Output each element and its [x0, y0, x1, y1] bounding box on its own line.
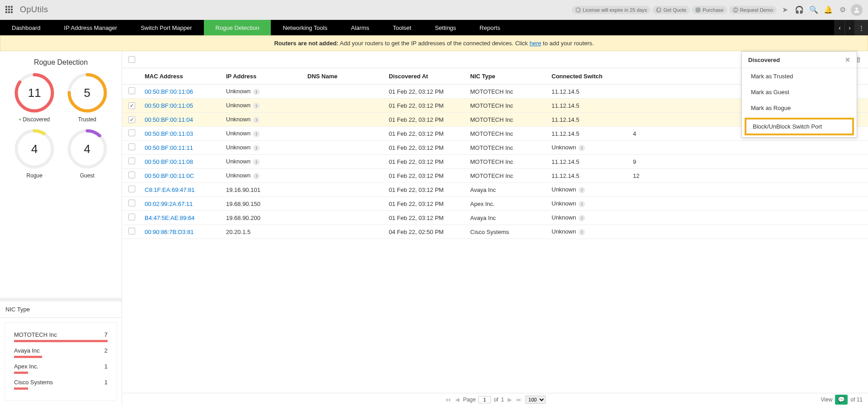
nic-cell: Apex Inc. — [470, 201, 552, 207]
total-suffix: of 11 — [850, 396, 863, 403]
nav-toolset[interactable]: Toolset — [381, 20, 423, 35]
ip-cell: Unknown! — [226, 102, 307, 109]
row-checkbox[interactable] — [128, 116, 135, 123]
donut-guest[interactable]: 4 Guest — [61, 128, 114, 179]
nav-prev-button[interactable]: ‹ — [835, 20, 844, 35]
nav-networking-tools[interactable]: Networking Tools — [271, 20, 339, 35]
col-dns[interactable]: DNS Name — [307, 73, 389, 80]
gear-icon[interactable]: ⚙ — [836, 4, 849, 16]
avatar[interactable] — [851, 4, 863, 16]
row-checkbox[interactable] — [128, 87, 135, 94]
nav-ip-address-manager[interactable]: IP Address Manager — [52, 20, 129, 35]
nav-switch-port-mapper[interactable]: Switch Port Mapper — [129, 20, 203, 35]
table-row[interactable]: 00:50:BF:00:11:0C Unknown! 01 Feb 22, 03… — [122, 169, 868, 183]
mac-link[interactable]: 00:90:86:7B:D3:81 — [145, 229, 193, 235]
row-checkbox[interactable] — [128, 129, 135, 136]
banner-link[interactable]: here — [529, 40, 541, 47]
rocket-icon[interactable]: ➤ — [778, 4, 791, 16]
col-nic[interactable]: NIC Type — [470, 73, 552, 80]
ctx-mark-as-guest[interactable]: Mark as Guest — [742, 84, 857, 100]
main-content: ⋯ ▦ 🗑 Discovered ✕ Mark as TrustedMark a… — [122, 51, 868, 406]
col-ip[interactable]: IP Address — [226, 73, 307, 80]
screen-icon: ▭ — [733, 7, 738, 13]
table-row[interactable]: 00:50:BF:00:11:08 Unknown! 01 Feb 22, 03… — [122, 155, 868, 169]
col-mac[interactable]: MAC Address — [145, 73, 226, 80]
get-quote-pill[interactable]: $Get Quote — [652, 6, 690, 14]
row-checkbox[interactable] — [128, 158, 135, 164]
nic-count: 1 — [104, 379, 108, 386]
row-checkbox[interactable] — [128, 143, 135, 150]
nic-row[interactable]: Cisco Systems1 — [14, 376, 108, 392]
headset-icon[interactable]: 🎧 — [793, 4, 806, 16]
ip-cell: 19.16.90.101 — [226, 186, 307, 193]
col-disc[interactable]: Discovered At — [389, 73, 470, 80]
mac-link[interactable]: 00:50:BF:00:11:05 — [145, 102, 193, 109]
table-row[interactable]: 00:90:86:7B:D3:81 20.20.1.5 04 Feb 22, 0… — [122, 225, 868, 239]
mac-link[interactable]: 00:02:99:2A:67:11 — [145, 201, 193, 207]
page-size-select[interactable]: 100 — [525, 396, 546, 404]
get-quote-text: Get Quote — [663, 7, 686, 13]
nic-row[interactable]: Apex Inc.1 — [14, 360, 108, 376]
warn-icon: ! — [253, 89, 259, 95]
row-checkbox[interactable] — [128, 228, 135, 234]
row-checkbox[interactable] — [128, 102, 135, 109]
donut-trusted[interactable]: 5 Trusted — [61, 72, 114, 123]
nav-dashboard[interactable]: Dashboard — [0, 20, 52, 35]
donut-label: Rogue — [27, 172, 42, 179]
table-row[interactable]: C8:1F:EA:69:47:81 19.16.90.101 01 Feb 22… — [122, 183, 868, 197]
donut-rogue[interactable]: 4 Rogue — [8, 128, 61, 179]
row-checkbox[interactable] — [128, 200, 135, 206]
mac-link[interactable]: 00:50:BF:00:11:04 — [145, 116, 193, 123]
license-pill[interactable]: ◎License will expire in 25 days — [572, 6, 651, 14]
warn-icon: ! — [253, 159, 259, 165]
warn-icon: ! — [253, 145, 259, 151]
mac-link[interactable]: 00:50:BF:00:11:08 — [145, 158, 193, 165]
page-input[interactable] — [478, 396, 491, 403]
disc-cell: 01 Feb 22, 03:12 PM — [389, 201, 470, 207]
nic-cell: MOTOTECH Inc — [470, 102, 552, 109]
mac-link[interactable]: 00:50:BF:00:11:11 — [145, 144, 193, 151]
mac-link[interactable]: 00:50:BF:00:11:03 — [145, 130, 193, 137]
bell-icon[interactable]: 🔔 — [822, 4, 835, 16]
nic-bar — [14, 356, 42, 358]
mac-link[interactable]: 00:50:BF:00:11:06 — [145, 88, 193, 95]
table-toolbar: ⋯ ▦ 🗑 Discovered ✕ Mark as TrustedMark a… — [122, 51, 868, 68]
conn-cell: 11.12.14.5 — [552, 130, 633, 137]
table-row[interactable]: B4:47:5E:AE:89:64 19.68.90.200 01 Feb 22… — [122, 211, 868, 225]
nic-row[interactable]: Avaya Inc2 — [14, 344, 108, 360]
context-menu-close[interactable]: ✕ — [845, 56, 850, 63]
mac-link[interactable]: C8:1F:EA:69:47:81 — [145, 186, 195, 193]
page-prev-button[interactable]: ◀ — [454, 396, 460, 403]
dollar-icon: $ — [656, 7, 661, 13]
nav-reports[interactable]: Reports — [468, 20, 512, 35]
mac-link[interactable]: B4:47:5E:AE:89:64 — [145, 215, 195, 221]
page-last-button[interactable]: ⏭ — [515, 396, 523, 403]
request-demo-pill[interactable]: ▭Request Demo — [729, 6, 777, 14]
search-icon[interactable]: 🔍 — [807, 4, 820, 16]
ctx-mark-as-trusted[interactable]: Mark as Trusted — [742, 68, 857, 84]
nav-more-button[interactable]: ⋮ — [854, 20, 868, 35]
nic-name: Apex Inc. — [14, 363, 38, 370]
row-checkbox[interactable] — [128, 172, 135, 178]
donut-discovered[interactable]: 11 ▾Discovered — [8, 72, 61, 123]
row-checkbox[interactable] — [128, 214, 135, 220]
page-first-button[interactable]: ⏮ — [444, 396, 452, 403]
nav-rogue-detection[interactable]: Rogue Detection — [204, 20, 271, 35]
ctx-mark-as-rogue[interactable]: Mark as Rogue — [742, 100, 857, 116]
ctx-block-unblock-switch-port[interactable]: Block/UnBlock Switch Port — [745, 118, 854, 135]
nav-settings[interactable]: Settings — [423, 20, 468, 35]
col-conn[interactable]: Connected Switch — [552, 73, 633, 80]
purchase-pill[interactable]: 🛒Purchase — [692, 6, 727, 14]
warn-icon: ! — [253, 103, 259, 109]
table-row[interactable]: 00:02:99:2A:67:11 19.68.90.150 01 Feb 22… — [122, 197, 868, 211]
mac-link[interactable]: 00:50:BF:00:11:0C — [145, 172, 194, 179]
app-launcher-icon[interactable] — [5, 6, 14, 14]
page-next-button[interactable]: ▶ — [507, 396, 513, 403]
chat-icon[interactable]: 💬 — [835, 395, 848, 405]
select-all-checkbox[interactable] — [128, 56, 135, 63]
row-checkbox[interactable] — [128, 186, 135, 192]
nav-alarms[interactable]: Alarms — [339, 20, 381, 35]
nic-row[interactable]: MOTOTECH Inc7 — [14, 328, 108, 344]
table-row[interactable]: 00:50:BF:00:11:11 Unknown! 01 Feb 22, 03… — [122, 141, 868, 155]
nav-next-button[interactable]: › — [844, 20, 854, 35]
